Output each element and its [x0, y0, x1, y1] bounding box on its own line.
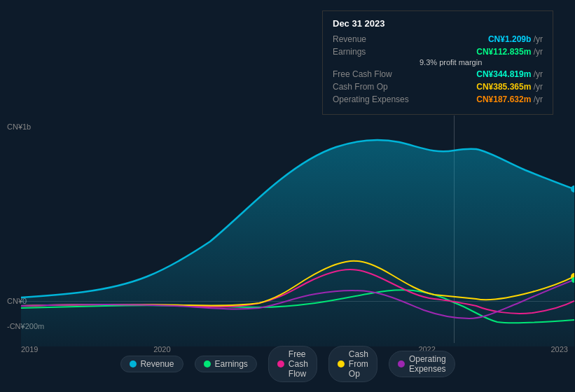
- legend-label-fcf: Free Cash Flow: [289, 349, 308, 379]
- tooltip-label-opex: Operating Expenses: [333, 94, 417, 104]
- legend-dot-cashop: [338, 360, 345, 368]
- tooltip-label-fcf: Free Cash Flow: [333, 69, 417, 79]
- legend-item-earnings[interactable]: Earnings: [194, 356, 256, 372]
- legend-dot-fcf: [277, 360, 284, 368]
- tooltip-row-fcf: Free Cash Flow CN¥344.819m /yr: [333, 69, 543, 79]
- chart-svg: [21, 115, 574, 346]
- legend-dot-opex: [398, 360, 405, 368]
- tooltip-value-opex: CN¥187.632m /yr: [476, 94, 543, 104]
- tooltip-value-fcf: CN¥344.819m /yr: [476, 69, 543, 79]
- x-label-2019: 2019: [21, 345, 38, 354]
- legend-label-earnings: Earnings: [214, 359, 247, 369]
- tooltip-value-cashop: CN¥385.365m /yr: [476, 82, 543, 92]
- tooltip-sub-earnings: 9.3% profit margin: [420, 58, 543, 66]
- tooltip-row-cashop: Cash From Op CN¥385.365m /yr: [333, 82, 543, 92]
- legend-item-revenue[interactable]: Revenue: [120, 356, 183, 372]
- legend-item-fcf[interactable]: Free Cash Flow: [268, 346, 317, 382]
- tooltip-label-revenue: Revenue: [333, 34, 417, 44]
- legend: Revenue Earnings Free Cash Flow Cash Fro…: [120, 346, 455, 382]
- tooltip-value-earnings: CN¥112.835m /yr: [476, 47, 543, 57]
- tooltip-value-revenue: CN¥1.209b /yr: [488, 34, 543, 44]
- tooltip-row-earnings: Earnings CN¥112.835m /yr: [333, 47, 543, 57]
- legend-label-cashop: Cash From Op: [349, 349, 368, 379]
- tooltip-label-earnings: Earnings: [333, 47, 417, 57]
- legend-label-opex: Operating Expenses: [409, 354, 446, 374]
- legend-label-revenue: Revenue: [140, 359, 174, 369]
- legend-item-opex[interactable]: Operating Expenses: [389, 351, 455, 377]
- tooltip-box: Dec 31 2023 Revenue CN¥1.209b /yr Earnin…: [322, 10, 553, 115]
- chart-container: Dec 31 2023 Revenue CN¥1.209b /yr Earnin…: [0, 0, 575, 392]
- tooltip-label-cashop: Cash From Op: [333, 82, 417, 92]
- legend-dot-earnings: [203, 360, 210, 368]
- tooltip-row-opex: Operating Expenses CN¥187.632m /yr: [333, 94, 543, 104]
- x-label-2023: 2023: [551, 345, 568, 354]
- legend-item-cashop[interactable]: Cash From Op: [328, 346, 377, 382]
- legend-dot-revenue: [129, 360, 136, 368]
- tooltip-row-revenue: Revenue CN¥1.209b /yr: [333, 34, 543, 44]
- tooltip-date: Dec 31 2023: [333, 18, 543, 29]
